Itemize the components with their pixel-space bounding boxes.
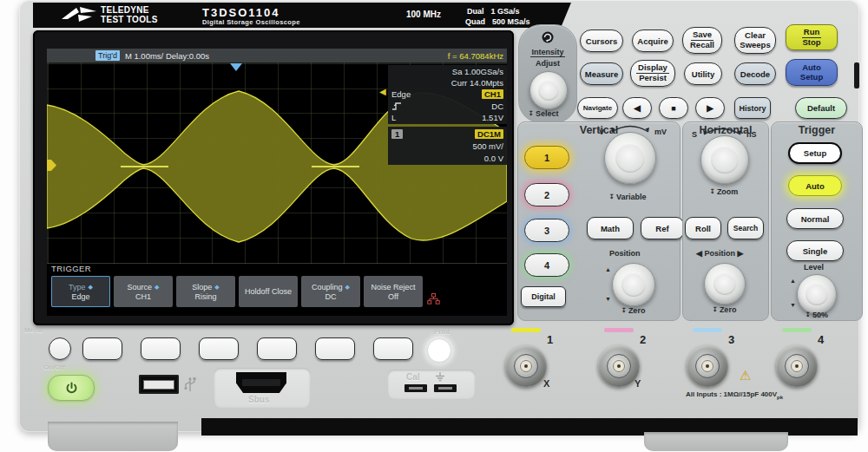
left-foot: [48, 422, 178, 451]
spec-dual-value: 1 GSa/s: [491, 7, 520, 16]
push-icon: ↧: [609, 193, 615, 200]
decode-button[interactable]: Decode: [734, 62, 776, 85]
cursors-button[interactable]: Cursors: [580, 29, 623, 52]
digital-button[interactable]: Digital: [521, 286, 566, 307]
math-button[interactable]: Math: [587, 217, 634, 239]
softkey-1[interactable]: [82, 337, 122, 360]
up-arrow-icon: ▲: [605, 266, 611, 272]
ground-terminal: [434, 384, 457, 392]
level-label: L: [391, 113, 396, 122]
menu-button-type[interactable]: Type◆ Edge: [51, 276, 110, 307]
trigger-setup-button[interactable]: Setup: [788, 142, 842, 164]
nanoseconds-label: nS: [746, 130, 757, 139]
memory-depth-readout: Curr 14.0Mpts: [391, 77, 503, 88]
default-button[interactable]: Default: [795, 97, 847, 119]
channel-1-button[interactable]: 1: [524, 146, 569, 169]
brand-banner: TELEDYNE TEST TOOLS T3DSO1104 Digital St…: [33, 3, 571, 28]
menu-button-source[interactable]: Source◆ CH1: [114, 276, 173, 307]
search-button[interactable]: Search: [727, 217, 764, 239]
millivolts-label: mV: [654, 128, 667, 136]
menu-button-slope-value: Rising: [176, 292, 235, 301]
menu-button-slope[interactable]: Slope◆ Rising: [176, 276, 235, 307]
power-button[interactable]: [48, 375, 95, 401]
expand-arrow-icon: ◆: [155, 284, 159, 291]
intensity-knob[interactable]: [529, 71, 568, 109]
softkey-4[interactable]: [257, 337, 297, 360]
utility-button[interactable]: Utility: [684, 62, 722, 85]
persist-label: Persist: [639, 74, 667, 83]
stop-label: Stop: [802, 38, 820, 48]
navigate-button[interactable]: Navigate: [577, 97, 618, 119]
menu-onoff-label-top: Menu: [24, 326, 43, 334]
nav-next-button[interactable]: ▶: [695, 97, 725, 119]
expand-arrow-icon: ◆: [214, 284, 219, 291]
run-stop-button[interactable]: Run Stop: [786, 24, 838, 50]
usb-icon: [184, 377, 196, 394]
model-subtitle: Digital Storage Oscilloscope: [202, 18, 300, 26]
nav-stop-button[interactable]: ■: [659, 97, 688, 119]
trigger-normal-button[interactable]: Normal: [786, 208, 844, 229]
trigger-auto-button[interactable]: Auto: [788, 175, 842, 196]
brand-text: TELEDYNE TEST TOOLS: [101, 6, 158, 24]
nav-prev-button[interactable]: ◀: [622, 97, 652, 119]
level-label: Level: [804, 263, 824, 272]
display-persist-button[interactable]: Display Persist: [630, 60, 675, 87]
channel3-color-strip: [693, 328, 722, 332]
softkey-3[interactable]: [199, 337, 239, 360]
brand-line1: TELEDYNE: [101, 6, 158, 16]
menu-button-type-label: Type: [69, 283, 86, 292]
channel2-color-strip: [604, 328, 634, 332]
softkey-6[interactable]: [373, 337, 413, 360]
frequency-readout: f = 64.7084kHz: [448, 51, 503, 61]
channel-number-badge: 1: [391, 129, 403, 139]
channel-4-button[interactable]: 4: [524, 253, 569, 277]
channel-3-button[interactable]: 3: [524, 219, 569, 242]
setup-label: Setup: [800, 73, 823, 82]
horizontal-position-knob[interactable]: [704, 263, 746, 305]
usb-host-port: [139, 375, 179, 394]
x-axis-label: X: [543, 378, 549, 389]
trigger-single-button[interactable]: Single: [786, 240, 844, 261]
timebase-readout: M 1.00ms/ Delay:0.00s: [125, 51, 209, 61]
acquisition-info-panel: Sa 1.00GSa/s Curr 14.0Mpts Edge CH1 DC L…: [388, 65, 507, 124]
power-icon: [65, 382, 78, 395]
auto-setup-button[interactable]: Auto Setup: [786, 59, 838, 86]
oscilloscope-front-panel: TELEDYNE TEST TOOLS T3DSO1104 Digital St…: [0, 0, 868, 452]
push-icon: ↧: [529, 110, 534, 117]
sweeps-label: Sweeps: [740, 41, 770, 50]
bnc1-number: 1: [547, 333, 553, 346]
menu-button-coupling[interactable]: Coupling◆ DC: [301, 276, 360, 307]
softkey-5[interactable]: [315, 337, 355, 360]
down-arrow-icon: ▼: [790, 302, 796, 308]
menu-button-type-value: Edge: [51, 292, 110, 301]
print-button[interactable]: [427, 338, 451, 363]
menu-button-noise-reject[interactable]: Noise Reject Off: [364, 276, 423, 307]
fifty-percent-label: ↧ 50%: [806, 311, 828, 319]
clear-sweeps-button[interactable]: Clear Sweeps: [734, 27, 776, 54]
auto-label: Auto: [802, 63, 821, 73]
vertical-position-knob[interactable]: [612, 263, 655, 306]
run-label: Run: [802, 28, 821, 38]
cal-recess: [387, 370, 476, 399]
horizontal-zero-label: ↧ Zero: [713, 305, 736, 314]
acquire-button[interactable]: Acquire: [632, 29, 674, 52]
history-button[interactable]: History: [734, 97, 771, 119]
rising-edge-icon: [391, 102, 403, 111]
trigger-level-knob[interactable]: [797, 274, 837, 314]
seconds-label: S: [692, 130, 697, 139]
measure-button[interactable]: Measure: [580, 62, 623, 85]
roll-button[interactable]: Roll: [685, 217, 721, 239]
vertical-scale-knob[interactable]: [604, 132, 656, 184]
sbus-video-port: [236, 372, 286, 393]
save-recall-button[interactable]: Save Recall: [682, 27, 722, 54]
trigger-state-badge: Trig'd: [95, 50, 120, 61]
horizontal-scale-knob[interactable]: [700, 135, 749, 184]
menu-button-holdoff[interactable]: Holdoff Close: [239, 276, 298, 307]
menu-onoff-button[interactable]: [49, 337, 71, 360]
channel-2-button[interactable]: 2: [524, 183, 569, 206]
up-arrow-icon: ▲: [790, 278, 796, 284]
down-arrow-icon: ▼: [605, 296, 611, 302]
ref-button[interactable]: Ref: [641, 217, 684, 239]
trigger-type-readout: Edge: [391, 89, 411, 99]
softkey-2[interactable]: [141, 337, 181, 360]
